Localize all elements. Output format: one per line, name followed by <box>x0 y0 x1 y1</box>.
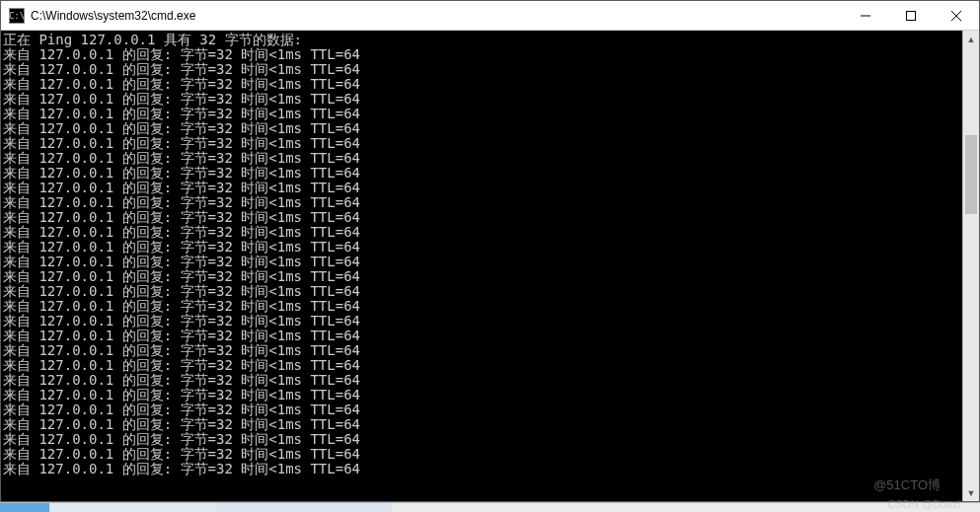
ping-reply-line: 来自 127.0.0.1 的回复: 字节=32 时间<1ms TTL=64 <box>3 166 958 181</box>
ping-reply-line: 来自 127.0.0.1 的回复: 字节=32 时间<1ms TTL=64 <box>3 299 958 314</box>
console-area: 正在 Ping 127.0.0.1 具有 32 字节的数据:来自 127.0.0… <box>1 31 979 501</box>
ping-reply-line: 来自 127.0.0.1 的回复: 字节=32 时间<1ms TTL=64 <box>3 255 958 269</box>
ping-reply-line: 来自 127.0.0.1 的回复: 字节=32 时间<1ms TTL=64 <box>3 47 958 62</box>
window-controls <box>843 1 979 30</box>
cmd-icon: C:\ <box>9 8 25 24</box>
ping-reply-line: 来自 127.0.0.1 的回复: 字节=32 时间<1ms TTL=64 <box>3 136 958 151</box>
ping-reply-line: 来自 127.0.0.1 的回复: 字节=32 时间<1ms TTL=64 <box>3 432 958 447</box>
ping-reply-line: 来自 127.0.0.1 的回复: 字节=32 时间<1ms TTL=64 <box>3 181 958 195</box>
maximize-button[interactable] <box>888 1 934 30</box>
scroll-down-arrow-icon[interactable]: ▼ <box>963 484 979 501</box>
vertical-scrollbar[interactable]: ▲ ▼ <box>962 31 979 501</box>
scroll-thumb[interactable] <box>965 135 977 214</box>
ping-reply-line: 来自 127.0.0.1 的回复: 字节=32 时间<1ms TTL=64 <box>3 402 958 417</box>
taskbar-fragment <box>0 502 980 512</box>
ping-reply-line: 来自 127.0.0.1 的回复: 字节=32 时间<1ms TTL=64 <box>3 195 958 210</box>
console-output[interactable]: 正在 Ping 127.0.0.1 具有 32 字节的数据:来自 127.0.0… <box>1 31 962 501</box>
scroll-track[interactable] <box>963 47 979 484</box>
ping-reply-line: 来自 127.0.0.1 的回复: 字节=32 时间<1ms TTL=64 <box>3 329 958 343</box>
minimize-button[interactable] <box>843 1 888 30</box>
ping-reply-line: 来自 127.0.0.1 的回复: 字节=32 时间<1ms TTL=64 <box>3 358 958 373</box>
close-button[interactable] <box>934 1 979 30</box>
svg-rect-1 <box>907 11 916 20</box>
titlebar[interactable]: C:\ C:\Windows\system32\cmd.exe <box>1 1 979 31</box>
ping-reply-line: 来自 127.0.0.1 的回复: 字节=32 时间<1ms TTL=64 <box>3 92 958 107</box>
ping-reply-line: 来自 127.0.0.1 的回复: 字节=32 时间<1ms TTL=64 <box>3 373 958 388</box>
ping-reply-line: 来自 127.0.0.1 的回复: 字节=32 时间<1ms TTL=64 <box>3 151 958 166</box>
ping-reply-line: 来自 127.0.0.1 的回复: 字节=32 时间<1ms TTL=64 <box>3 343 958 358</box>
cmd-window: C:\ C:\Windows\system32\cmd.exe 正在 Ping … <box>0 0 980 502</box>
ping-header-line: 正在 Ping 127.0.0.1 具有 32 字节的数据: <box>3 33 958 47</box>
ping-reply-line: 来自 127.0.0.1 的回复: 字节=32 时间<1ms TTL=64 <box>3 210 958 225</box>
ping-reply-line: 来自 127.0.0.1 的回复: 字节=32 时间<1ms TTL=64 <box>3 284 958 299</box>
ping-reply-line: 来自 127.0.0.1 的回复: 字节=32 时间<1ms TTL=64 <box>3 417 958 432</box>
ping-reply-line: 来自 127.0.0.1 的回复: 字节=32 时间<1ms TTL=64 <box>3 240 958 255</box>
ping-reply-line: 来自 127.0.0.1 的回复: 字节=32 时间<1ms TTL=64 <box>3 269 958 284</box>
ping-reply-line: 来自 127.0.0.1 的回复: 字节=32 时间<1ms TTL=64 <box>3 388 958 402</box>
ping-reply-line: 来自 127.0.0.1 的回复: 字节=32 时间<1ms TTL=64 <box>3 225 958 240</box>
ping-reply-line: 来自 127.0.0.1 的回复: 字节=32 时间<1ms TTL=64 <box>3 314 958 329</box>
ping-reply-line: 来自 127.0.0.1 的回复: 字节=32 时间<1ms TTL=64 <box>3 77 958 92</box>
scroll-up-arrow-icon[interactable]: ▲ <box>963 31 979 47</box>
ping-reply-line: 来自 127.0.0.1 的回复: 字节=32 时间<1ms TTL=64 <box>3 107 958 121</box>
ping-reply-line: 来自 127.0.0.1 的回复: 字节=32 时间<1ms TTL=64 <box>3 62 958 77</box>
ping-reply-line: 来自 127.0.0.1 的回复: 字节=32 时间<1ms TTL=64 <box>3 462 958 476</box>
window-title: C:\Windows\system32\cmd.exe <box>31 9 843 23</box>
ping-reply-line: 来自 127.0.0.1 的回复: 字节=32 时间<1ms TTL=64 <box>3 121 958 136</box>
ping-reply-line: 来自 127.0.0.1 的回复: 字节=32 时间<1ms TTL=64 <box>3 447 958 462</box>
